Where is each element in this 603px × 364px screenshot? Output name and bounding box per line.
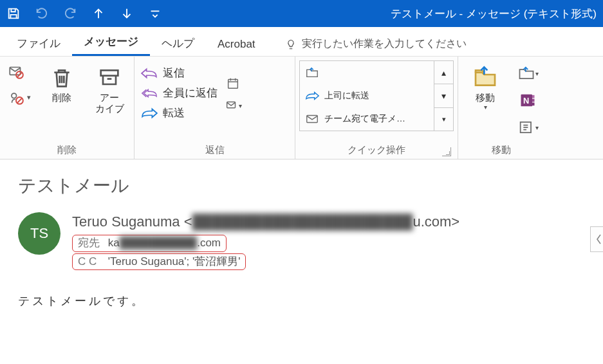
quick-step-2[interactable]: 上司に転送 [300, 84, 434, 107]
group-move-label: 移動 [462, 141, 541, 158]
forward-button[interactable]: 転送 [141, 103, 218, 123]
more-icon [225, 98, 239, 113]
reply-icon [141, 67, 158, 80]
svg-rect-6 [227, 102, 235, 108]
reply-all-icon [141, 87, 158, 100]
more-respond-button[interactable]: ▾ [224, 96, 242, 114]
window-title: テストメール - メッセージ (テキスト形式) [391, 6, 599, 21]
redo-icon[interactable] [60, 4, 80, 23]
svg-rect-5 [228, 80, 238, 89]
svg-text:N: N [523, 96, 529, 105]
svg-point-2 [12, 93, 17, 98]
svg-rect-11 [532, 99, 535, 102]
tell-me-search[interactable]: 実行したい作業を入力してください [285, 37, 467, 56]
quick-steps-up-icon[interactable]: ▴ [434, 61, 453, 84]
archive-label: アー カイブ [95, 93, 124, 114]
svg-rect-10 [532, 95, 535, 98]
quick-steps-gallery: 上司に転送 チーム宛て電子メ… ▴ ▾ ▾ [299, 60, 454, 131]
quick-step-3[interactable]: チーム宛て電子メ… [300, 107, 434, 131]
svg-rect-12 [532, 103, 535, 106]
quick-step-1[interactable] [300, 61, 434, 84]
reply-flyout-button[interactable] [590, 226, 603, 252]
title-bar: テストメール - メッセージ (テキスト形式) [0, 0, 603, 27]
chevron-left-icon [595, 233, 602, 246]
tab-file[interactable]: ファイル [5, 30, 72, 56]
quick-steps-more-icon[interactable]: ▾ [434, 107, 453, 131]
quick-steps-launcher[interactable] [442, 147, 451, 156]
svg-rect-4 [101, 70, 118, 75]
lightbulb-icon [285, 39, 297, 50]
tab-acrobat[interactable]: Acrobat [206, 32, 267, 56]
calendar-icon [226, 77, 240, 91]
svg-rect-7 [307, 116, 318, 123]
ignore-icon [8, 63, 24, 80]
group-reply-label: 返信 [138, 141, 291, 158]
arrow-up-icon[interactable] [89, 4, 108, 23]
rules-icon [517, 64, 535, 82]
group-delete-label: 削除 [4, 141, 130, 158]
junk-icon [8, 89, 24, 105]
delete-label: 削除 [52, 93, 71, 104]
move-button[interactable]: 移動▾ [462, 60, 508, 111]
group-quick-steps: 上司に転送 チーム宛て電子メ… ▴ ▾ ▾ クイック操作 [295, 57, 458, 159]
mail-icon [305, 112, 319, 126]
arrow-down-icon[interactable] [117, 4, 136, 23]
onenote-button[interactable]: N [516, 89, 539, 112]
meeting-reply-button[interactable] [224, 75, 242, 93]
mail-body: テストメールです。 [0, 277, 603, 325]
reading-pane-header: テストメール TS Teruo Suganuma <██████████████… [0, 159, 603, 277]
junk-button[interactable]: ▾ [4, 86, 35, 108]
ribbon-tabs: ファイル メッセージ ヘルプ Acrobat 実行したい作業を入力してください [0, 27, 603, 57]
folder-move-icon [472, 64, 498, 91]
quick-steps-down-icon[interactable]: ▾ [434, 84, 453, 107]
onenote-icon: N [519, 91, 537, 109]
trash-icon [49, 64, 75, 91]
ribbon: ▾ 削除 アー カイブ 削除 [0, 57, 603, 159]
save-icon[interactable] [4, 4, 23, 23]
cc-line: C C 'Teruo Suganua'; '菅沼輝男' [72, 253, 246, 271]
qat-customize-icon[interactable] [145, 4, 165, 23]
sender-avatar: TS [18, 212, 60, 255]
tab-message[interactable]: メッセージ [72, 28, 150, 56]
delete-button[interactable]: 削除 [41, 60, 82, 104]
from-line: Teruo Suganuma <██████████████████████u.… [72, 212, 459, 232]
forward-icon [141, 107, 158, 120]
mail-subject: テストメール [18, 174, 585, 198]
archive-button[interactable]: アー カイブ [89, 60, 130, 114]
move-label: 移動▾ [476, 93, 495, 111]
reply-all-button[interactable]: 全員に返信 [141, 83, 218, 103]
archive-icon [97, 64, 122, 91]
tab-help[interactable]: ヘルプ [150, 30, 206, 56]
reply-button[interactable]: 返信 [141, 63, 218, 83]
group-reply: 返信 全員に返信 転送 [135, 57, 295, 159]
undo-icon[interactable] [32, 4, 51, 23]
ignore-button[interactable] [4, 60, 35, 82]
group-quick-steps-label: クイック操作 [299, 141, 454, 158]
tell-me-placeholder: 実行したい作業を入力してください [302, 37, 467, 51]
group-move: 移動▾ ▾ N ▾ [458, 57, 544, 159]
move-to-icon [305, 66, 319, 80]
actions-icon [517, 118, 535, 136]
group-delete: ▾ 削除 アー カイブ 削除 [0, 57, 135, 159]
to-line: 宛先 ka██████████.com [72, 235, 227, 252]
actions-button[interactable]: ▾ [516, 116, 539, 139]
forward-icon [305, 89, 319, 103]
rules-button[interactable]: ▾ [516, 62, 539, 85]
quick-access-toolbar [4, 4, 165, 23]
